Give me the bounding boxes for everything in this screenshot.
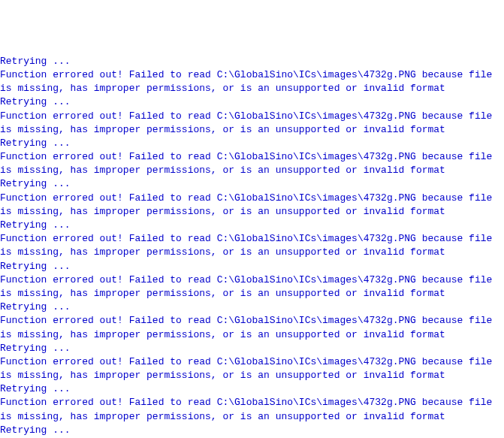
error-line: Function errored out! Failed to read C:\… [0,150,504,177]
error-line: Function errored out! Failed to read C:\… [0,192,504,219]
error-line: Function errored out! Failed to read C:\… [0,110,504,137]
retry-line: Retrying ... [0,342,504,355]
retry-line: Retrying ... [0,260,504,273]
error-line: Function errored out! Failed to read C:\… [0,68,504,95]
error-line: Function errored out! Failed to read C:\… [0,273,504,301]
retry-line: Retrying ... [0,177,504,191]
error-line: Function errored out! Failed to read C:\… [0,314,504,341]
retry-line: Retrying ... [0,301,504,314]
error-line: Function errored out! Failed to read C:\… [0,232,504,259]
console-output: Retrying ...Function errored out! Failed… [0,55,504,438]
retry-line: Retrying ... [0,55,504,68]
retry-line: Retrying ... [0,137,504,150]
retry-line: Retrying ... [0,219,504,232]
retry-line: Retrying ... [0,424,504,437]
retry-line: Retrying ... [0,95,504,109]
error-line: Function errored out! Failed to read C:\… [0,396,504,423]
error-line: Function errored out! Failed to read C:\… [0,355,504,382]
retry-line: Retrying ... [0,382,504,396]
